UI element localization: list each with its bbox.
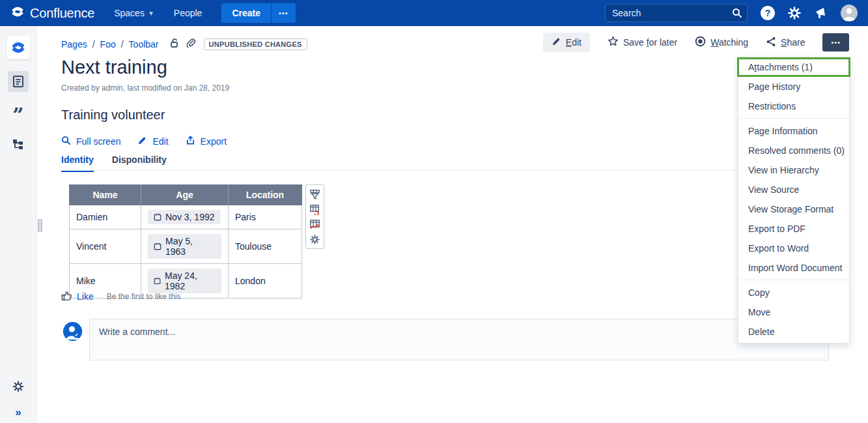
space-logo[interactable]	[7, 36, 30, 59]
page-action-bar: Edit Save for later Watching	[543, 33, 849, 52]
table-header-row: Name Age Location	[70, 185, 302, 205]
page-tools-more-button[interactable]: •••	[822, 33, 849, 51]
confluence-logo-icon	[10, 5, 25, 22]
breadcrumb-foo[interactable]: Foo	[100, 39, 116, 50]
menu-item-move[interactable]: Move	[738, 302, 849, 322]
unrestricted-lock-icon[interactable]	[169, 38, 180, 50]
breadcrumb-separator: /	[121, 39, 124, 50]
help-icon[interactable]: ?	[761, 6, 775, 20]
sidebar-expand-icon[interactable]: »	[15, 406, 21, 419]
edit-button[interactable]: Edit	[543, 33, 590, 52]
menu-item-view-in-hierarchy[interactable]: View in Hierarchy	[738, 160, 849, 180]
watching-button[interactable]: Watching	[695, 36, 748, 49]
comment-input[interactable]	[90, 319, 828, 360]
table-tabs: Identity Disponibility	[61, 154, 167, 172]
like-button[interactable]: Like	[61, 290, 94, 303]
comment-editor	[89, 319, 829, 360]
column-header-location: Location	[229, 185, 302, 205]
breadcrumb-icons	[169, 38, 196, 50]
pencil-icon	[137, 136, 147, 147]
space-settings-gear-icon[interactable]	[12, 380, 25, 396]
calendar-icon	[154, 242, 161, 250]
help-glyph: ?	[761, 6, 775, 20]
search-input[interactable]	[605, 4, 748, 22]
create-button[interactable]: Create	[221, 3, 271, 23]
menu-item-import-word-document[interactable]: Import Word Document	[738, 258, 849, 278]
macro-toolbar: Full screen Edit Export	[61, 136, 227, 147]
menu-item-export-to-word[interactable]: Export to Word	[738, 239, 849, 258]
menu-divider	[738, 118, 849, 119]
cell-location: Toulouse	[229, 229, 302, 264]
space-sidebar: ” »	[0, 26, 37, 423]
sidebar-item-pages[interactable]	[8, 71, 29, 92]
like-hint: Be the first to like this	[107, 292, 181, 301]
share-button[interactable]: Share	[766, 36, 805, 49]
menu-item-view-storage-format[interactable]: View Storage Format	[738, 199, 849, 219]
table-settings-gear-icon[interactable]	[309, 233, 322, 246]
chart-from-table-icon[interactable]	[309, 218, 322, 231]
cell-age: Nov 3, 1992	[141, 205, 229, 229]
unpublished-changes-badge: UNPUBLISHED CHANGES	[204, 38, 307, 50]
refresh-table-icon[interactable]	[309, 203, 322, 216]
share-icon	[766, 36, 776, 49]
sidebar-resize-handle[interactable]	[38, 219, 42, 232]
attachments-paperclip-icon[interactable]	[186, 38, 196, 50]
cell-name: Vincent	[70, 229, 141, 264]
tab-divider	[61, 170, 830, 171]
menu-item-export-to-pdf[interactable]: Export to PDF	[738, 219, 849, 239]
like-section: Like Be the first to like this	[61, 290, 181, 303]
page-title: Next training	[61, 57, 167, 78]
page-tools-menu: Attachments (1) Page History Restriction…	[738, 57, 850, 343]
breadcrumb-pages[interactable]: Pages	[61, 39, 87, 50]
column-header-age: Age	[141, 185, 229, 205]
brand-name: Confluence	[30, 6, 94, 21]
chevron-down-icon: ▼	[148, 10, 154, 17]
cell-location: London	[229, 264, 302, 299]
table-row: Damien Nov 3, 1992 Paris	[70, 205, 302, 229]
menu-item-view-source[interactable]: View Source	[738, 180, 849, 199]
announcement-icon[interactable]	[814, 6, 828, 20]
create-button-group: Create •••	[221, 3, 295, 23]
menu-item-restrictions[interactable]: Restrictions	[738, 96, 849, 116]
user-avatar[interactable]	[841, 5, 858, 22]
tab-identity[interactable]: Identity	[61, 154, 94, 172]
table-row: Vincent May 5, 1963 Toulouse	[70, 229, 302, 264]
star-icon	[608, 36, 619, 49]
confluence-home-link[interactable]: Confluence	[10, 5, 94, 22]
cell-name: Damien	[70, 205, 141, 229]
nav-spaces[interactable]: Spaces ▼	[114, 8, 154, 18]
tab-disponibility[interactable]: Disponibility	[112, 154, 167, 172]
search-icon[interactable]	[732, 8, 742, 21]
nav-people[interactable]: People	[174, 8, 203, 18]
filter-table-icon[interactable]	[309, 188, 322, 201]
breadcrumb-toolbar[interactable]: Toolbar	[129, 39, 159, 50]
export-icon	[186, 136, 195, 147]
like-label: Like	[77, 291, 94, 302]
menu-item-page-information[interactable]: Page Information	[738, 121, 849, 141]
nav-people-label: People	[174, 8, 203, 18]
admin-gear-icon[interactable]	[787, 6, 802, 20]
confluence-app: Confluence Spaces ▼ People Create ••• ?	[0, 0, 868, 423]
cell-age: May 5, 1963	[141, 229, 229, 264]
save-for-later-button[interactable]: Save for later	[608, 36, 677, 49]
create-more-button[interactable]: •••	[272, 3, 296, 23]
menu-item-page-history[interactable]: Page History	[738, 77, 849, 96]
menu-item-attachments[interactable]: Attachments (1)	[737, 57, 850, 77]
date-field[interactable]: May 5, 1963	[148, 234, 221, 259]
table-edit-link[interactable]: Edit	[137, 136, 168, 147]
comment-user-avatar	[63, 322, 82, 341]
sidebar-item-hierarchy[interactable]	[8, 134, 29, 154]
date-field[interactable]: Nov 3, 1992	[148, 210, 221, 224]
training-table: Name Age Location Damien	[69, 184, 302, 299]
sidebar-item-blog-icon[interactable]: ”	[12, 109, 23, 122]
menu-item-copy[interactable]: Copy	[738, 283, 849, 302]
eye-icon	[695, 36, 706, 49]
menu-item-resolved-comments[interactable]: Resolved comments (0)	[738, 141, 849, 160]
export-link[interactable]: Export	[186, 136, 227, 147]
column-header-name: Name	[70, 185, 141, 205]
full-screen-link[interactable]: Full screen	[61, 136, 120, 147]
breadcrumb: Pages / Foo / Toolbar UNPUBLISHED CHA	[61, 38, 307, 50]
magnifier-icon	[61, 136, 71, 147]
menu-item-delete[interactable]: Delete	[738, 322, 849, 342]
nav-spaces-label: Spaces	[114, 8, 145, 18]
